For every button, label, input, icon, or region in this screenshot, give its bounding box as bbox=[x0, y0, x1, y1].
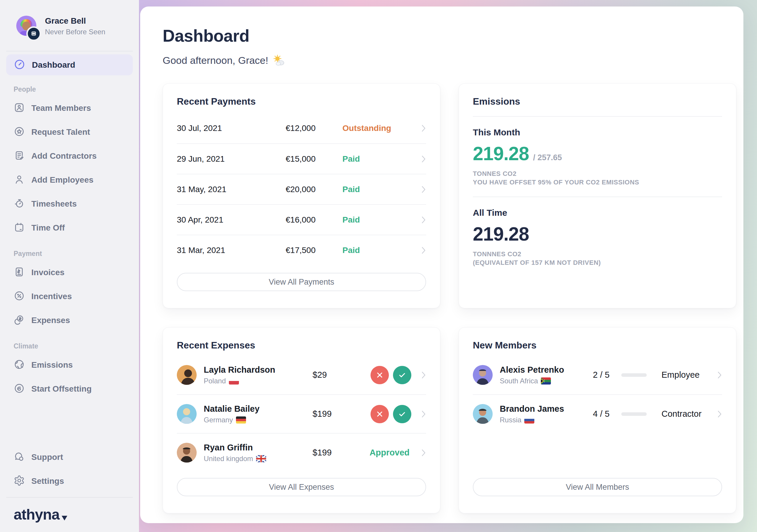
chevron-right-icon[interactable] bbox=[421, 246, 426, 254]
members-list: Alexis Petrenko South Africa 2 / 5 Emplo… bbox=[473, 356, 722, 433]
sidebar-item-request-talent[interactable]: Request Talent bbox=[0, 120, 139, 144]
payment-amount: €16,000 bbox=[286, 215, 343, 224]
sidebar-item-add-contractors[interactable]: Add Contractors bbox=[0, 144, 139, 168]
emissions-this-month-label: This Month bbox=[473, 127, 722, 137]
payment-row[interactable]: 30 Apr, 2021 €16,000 Paid bbox=[177, 204, 426, 235]
sidebar-group-climate: Climate bbox=[14, 341, 139, 351]
chevron-right-icon[interactable] bbox=[717, 371, 722, 379]
payment-date: 29 Jun, 2021 bbox=[177, 154, 286, 164]
chevron-right-icon[interactable] bbox=[421, 449, 426, 457]
user-profile[interactable]: Grace Bell Never Before Seen bbox=[16, 15, 139, 36]
person-name: Brandon James bbox=[500, 404, 593, 414]
sidebar-item-dashboard[interactable]: Dashboard bbox=[6, 54, 133, 75]
person-name: Natalie Bailey bbox=[204, 404, 313, 414]
approve-button[interactable] bbox=[393, 405, 411, 423]
uk-flag-icon bbox=[256, 455, 266, 462]
sidebar-item-label: Add Contractors bbox=[31, 151, 97, 161]
expense-row[interactable]: Natalie Bailey Germany $199 bbox=[177, 394, 426, 433]
emissions-this-month-units: TONNES CO2 YOU HAVE OFFSET 95% OF YOUR C… bbox=[473, 169, 722, 187]
sidebar-item-label: Incentives bbox=[31, 292, 72, 301]
time-off-icon bbox=[14, 222, 25, 234]
expenses-list: Layla Richardson Poland $29 bbox=[177, 356, 426, 472]
chevron-right-icon[interactable] bbox=[421, 371, 426, 379]
person-name: Alexis Petrenko bbox=[500, 365, 593, 375]
new-members-card: New Members Alexis Petrenko South Africa… bbox=[459, 327, 736, 514]
divider bbox=[473, 196, 722, 197]
payment-date: 30 Jul, 2021 bbox=[177, 124, 286, 133]
russia-flag-icon bbox=[524, 416, 534, 424]
card-title: Recent Payments bbox=[177, 84, 426, 107]
emissions-card: Emissions This Month 219.28 / 257.65 TON… bbox=[459, 83, 736, 308]
reject-button[interactable] bbox=[371, 366, 389, 384]
sidebar-item-label: Team Members bbox=[31, 103, 91, 113]
sidebar-item-invoices[interactable]: Invoices bbox=[0, 260, 139, 284]
timesheets-icon bbox=[14, 198, 25, 210]
member-row[interactable]: Brandon James Russia 4 / 5 Contractor bbox=[473, 394, 722, 433]
expense-amount: $29 bbox=[313, 370, 357, 380]
member-role: Employee bbox=[661, 370, 717, 380]
invoices-icon bbox=[14, 266, 25, 279]
person-country: Germany bbox=[204, 416, 233, 424]
main-content: Dashboard Good afternoon, Grace! Recent … bbox=[140, 7, 743, 523]
sidebar-item-label: Expenses bbox=[31, 316, 70, 325]
payment-row[interactable]: 30 Jul, 2021 €12,000 Outstanding bbox=[177, 113, 426, 143]
start-offsetting-icon bbox=[14, 383, 25, 395]
card-title: Emissions bbox=[473, 84, 722, 107]
add-employees-icon bbox=[14, 174, 25, 186]
sidebar-divider bbox=[6, 51, 133, 51]
sidebar-item-support[interactable]: Support bbox=[0, 445, 139, 469]
card-title: Recent Expenses bbox=[177, 328, 426, 351]
sidebar-item-emissions[interactable]: Emissions bbox=[0, 353, 139, 377]
reject-button[interactable] bbox=[371, 405, 389, 423]
chevron-right-icon[interactable] bbox=[421, 410, 426, 418]
page-title: Dashboard bbox=[163, 26, 249, 45]
sidebar-item-settings[interactable]: Settings bbox=[0, 469, 139, 493]
payment-row[interactable]: 31 May, 2021 €20,000 Paid bbox=[177, 174, 426, 204]
expense-row[interactable]: Layla Richardson Poland $29 bbox=[177, 356, 426, 394]
expense-amount: $199 bbox=[313, 448, 357, 458]
chevron-right-icon[interactable] bbox=[717, 410, 722, 418]
greeting: Good afternoon, Grace! bbox=[163, 54, 285, 66]
payment-amount: €20,000 bbox=[286, 185, 343, 194]
sidebar-item-label: Emissions bbox=[31, 360, 73, 370]
card-title: New Members bbox=[473, 328, 722, 351]
add-contractors-icon bbox=[14, 150, 25, 162]
gear-icon bbox=[14, 475, 25, 488]
chevron-right-icon[interactable] bbox=[421, 124, 426, 133]
sidebar-item-team-members[interactable]: Team Members bbox=[0, 96, 139, 120]
chevron-right-icon[interactable] bbox=[421, 155, 426, 163]
sidebar-item-incentives[interactable]: Incentives bbox=[0, 284, 139, 308]
avatar bbox=[177, 443, 197, 462]
view-all-members-button[interactable]: View All Members bbox=[473, 478, 722, 496]
sidebar-item-time-off[interactable]: Time Off bbox=[0, 216, 139, 240]
view-all-payments-button[interactable]: View All Payments bbox=[177, 273, 426, 291]
status-badge: Paid bbox=[343, 185, 421, 194]
payment-row[interactable]: 29 Jun, 2021 €15,000 Paid bbox=[177, 143, 426, 174]
payment-row[interactable]: 31 Mar, 2021 €17,500 Paid bbox=[177, 235, 426, 265]
chevron-right-icon[interactable] bbox=[421, 185, 426, 193]
logo-dot-icon bbox=[61, 515, 68, 521]
chevron-right-icon[interactable] bbox=[421, 216, 426, 224]
gauge-icon bbox=[14, 59, 25, 72]
emissions-this-month-value: 219.28 bbox=[473, 143, 529, 164]
sidebar-item-label: Dashboard bbox=[32, 60, 75, 70]
approve-button[interactable] bbox=[393, 366, 411, 384]
avatar bbox=[177, 404, 197, 424]
payment-amount: €15,000 bbox=[286, 154, 343, 164]
avatar bbox=[473, 365, 493, 385]
sidebar-item-start-offsetting[interactable]: Start Offsetting bbox=[0, 377, 139, 401]
sidebar-item-timesheets[interactable]: Timesheets bbox=[0, 192, 139, 216]
poland-flag-icon bbox=[229, 377, 239, 385]
expense-row[interactable]: Ryan Griffin United kingdom $199 Approve… bbox=[177, 433, 426, 472]
sidebar-item-add-employees[interactable]: Add Employees bbox=[0, 168, 139, 192]
sidebar-item-label: Settings bbox=[31, 476, 64, 486]
request-talent-icon bbox=[14, 126, 25, 138]
payment-amount: €17,500 bbox=[286, 246, 343, 255]
progress-bar bbox=[621, 373, 647, 377]
view-all-expenses-button[interactable]: View All Expenses bbox=[177, 478, 426, 496]
payment-date: 31 May, 2021 bbox=[177, 185, 286, 194]
sidebar-item-label: Invoices bbox=[31, 268, 65, 277]
sidebar-item-expenses[interactable]: Expenses bbox=[0, 308, 139, 332]
member-row[interactable]: Alexis Petrenko South Africa 2 / 5 Emplo… bbox=[473, 356, 722, 394]
sidebar-item-label: Add Employees bbox=[31, 175, 93, 185]
